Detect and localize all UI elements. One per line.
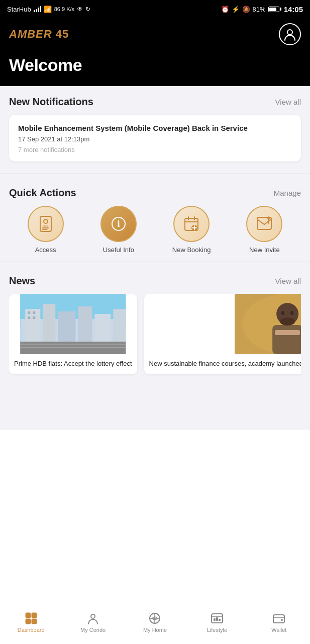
- svg-rect-30: [33, 316, 35, 319]
- welcome-title: Welcome: [9, 55, 301, 75]
- news-caption-2: New sustainable finance courses, academy…: [144, 354, 301, 374]
- my-condo-nav-label: My Condo: [80, 627, 106, 633]
- nav-item-my-home[interactable]: My Home: [140, 612, 170, 633]
- quick-actions-header: Quick Actions Manage: [9, 187, 301, 199]
- time-display: 14:05: [284, 5, 303, 14]
- wallet-icon: [272, 612, 285, 625]
- svg-point-52: [91, 614, 95, 618]
- new-booking-icon-wrap: [173, 206, 210, 242]
- status-left: StarHub 📶 86.9 K/s 👁 ↻: [7, 6, 90, 13]
- dashboard-icon: [25, 612, 38, 625]
- svg-rect-27: [28, 311, 30, 314]
- news-view-all[interactable]: View all: [275, 277, 301, 285]
- new-invite-icon: [255, 214, 274, 233]
- svg-rect-28: [33, 311, 35, 314]
- nav-item-my-condo[interactable]: My Condo: [78, 612, 108, 633]
- main-content: New Notifications View all Mobile Enhanc…: [0, 86, 310, 430]
- actions-grid: Access i Useful Info: [9, 206, 301, 254]
- nav-item-wallet[interactable]: Wallet: [264, 612, 294, 633]
- divider-1: [0, 174, 310, 174]
- quick-actions-section: Quick Actions Manage Access: [0, 177, 310, 259]
- eye-icon: 👁: [77, 6, 83, 13]
- svg-rect-58: [216, 617, 218, 621]
- notifications-header: New Notifications View all: [9, 96, 301, 108]
- svg-rect-59: [219, 619, 221, 621]
- new-invite-icon-wrap: [246, 206, 282, 242]
- new-booking-icon: [182, 214, 201, 233]
- useful-info-label: Useful Info: [103, 246, 134, 254]
- app-logo: AMBER 45: [9, 28, 69, 41]
- news-image-1: [9, 294, 137, 354]
- access-icon: [36, 214, 55, 233]
- battery-percent: 81%: [253, 6, 266, 13]
- useful-info-icon-wrap: i: [100, 206, 137, 242]
- status-right: ⏰ ⚡ 🔕 81% 14:05: [221, 5, 303, 14]
- svg-rect-48: [26, 613, 31, 618]
- quick-actions-manage[interactable]: Manage: [274, 189, 301, 197]
- wifi-icon: 📶: [44, 6, 52, 13]
- useful-info-icon: i: [109, 214, 128, 233]
- battery-icon: [268, 7, 281, 12]
- new-booking-label: New Booking: [172, 246, 211, 254]
- svg-point-38: [281, 311, 284, 315]
- notifications-view-all[interactable]: View all: [275, 98, 301, 106]
- status-bar: StarHub 📶 86.9 K/s 👁 ↻ ⏰ ⚡ 🔕 81% 14:05: [0, 0, 310, 18]
- action-new-booking[interactable]: New Booking: [171, 206, 212, 254]
- data-speed: 86.9 K/s: [54, 6, 74, 12]
- svg-point-41: [280, 317, 295, 326]
- access-label: Access: [35, 246, 56, 254]
- notification-card[interactable]: Mobile Enhancement System (Mobile Covera…: [9, 115, 301, 162]
- svg-point-61: [281, 619, 283, 621]
- bottom-spacer: [0, 384, 310, 430]
- header: AMBER 45: [0, 18, 310, 53]
- notification-title: Mobile Enhancement System (Mobile Covera…: [18, 123, 292, 133]
- my-condo-icon: [86, 612, 99, 625]
- notifications-section: New Notifications View all Mobile Enhanc…: [0, 86, 310, 171]
- lifestyle-nav-label: Lifestyle: [207, 627, 227, 633]
- refresh-icon: ↻: [85, 6, 90, 13]
- svg-rect-60: [273, 615, 284, 623]
- news-header: News View all: [9, 275, 301, 287]
- notifications-title: New Notifications: [9, 96, 93, 108]
- action-new-invite[interactable]: New Invite: [244, 206, 284, 254]
- svg-rect-50: [26, 619, 31, 624]
- nav-item-lifestyle[interactable]: Lifestyle: [202, 612, 232, 633]
- svg-rect-49: [32, 613, 37, 618]
- bluetooth-icon: ⚡: [232, 6, 240, 13]
- news-card-1[interactable]: Prime HDB flats: Accept the lottery effe…: [9, 294, 137, 374]
- svg-rect-29: [28, 316, 30, 319]
- dashboard-nav-label: Dashboard: [18, 627, 45, 633]
- quick-actions-title: Quick Actions: [9, 187, 76, 199]
- signal-bars-icon: [34, 6, 41, 12]
- lifestyle-icon: [211, 612, 224, 625]
- action-useful-info[interactable]: i Useful Info: [98, 206, 139, 254]
- news-section: News View all: [0, 265, 310, 384]
- svg-rect-57: [214, 618, 216, 621]
- my-home-icon: [148, 612, 161, 625]
- wallet-nav-label: Wallet: [271, 627, 286, 633]
- access-icon-wrap: [28, 206, 64, 242]
- nav-item-dashboard[interactable]: Dashboard: [16, 612, 46, 633]
- profile-button[interactable]: [279, 23, 301, 45]
- svg-rect-51: [32, 619, 37, 624]
- news-scroll: Prime HDB flats: Accept the lottery effe…: [9, 294, 301, 379]
- mute-icon: 🔕: [242, 6, 250, 13]
- my-home-nav-label: My Home: [143, 627, 167, 633]
- svg-text:i: i: [117, 219, 120, 229]
- news-image-2: [144, 294, 301, 354]
- svg-point-39: [290, 311, 293, 315]
- svg-rect-37: [272, 325, 301, 354]
- notification-time: 17 Sep 2021 at 12:13pm: [18, 135, 292, 143]
- svg-point-0: [287, 30, 292, 35]
- welcome-section: Welcome: [0, 53, 310, 86]
- bottom-nav: Dashboard My Condo My Home: [0, 604, 310, 644]
- svg-point-2: [44, 219, 48, 223]
- news-card-2[interactable]: New sustainable finance courses, academy…: [144, 294, 301, 374]
- notification-more: 7 more notifications: [18, 146, 292, 153]
- svg-rect-40: [275, 330, 300, 335]
- news-caption-1: Prime HDB flats: Accept the lottery effe…: [9, 354, 137, 374]
- carrier-name: StarHub: [7, 6, 31, 13]
- new-invite-label: New Invite: [249, 246, 280, 254]
- news-title: News: [9, 275, 35, 287]
- action-access[interactable]: Access: [26, 206, 66, 254]
